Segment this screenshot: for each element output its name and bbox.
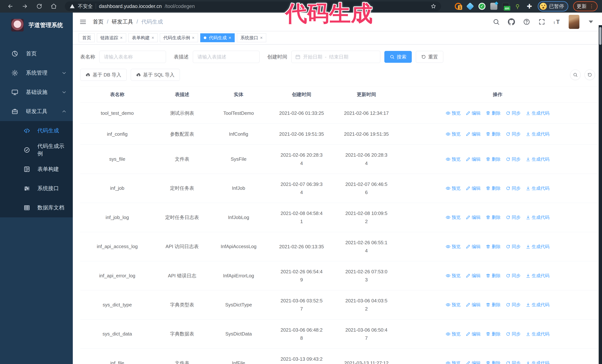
- search-icon[interactable]: [493, 18, 500, 25]
- row-action-link[interactable]: 预览: [446, 302, 461, 308]
- row-action-link[interactable]: 同步: [506, 244, 521, 250]
- tab-close-icon[interactable]: ×: [192, 35, 194, 40]
- user-avatar[interactable]: [569, 15, 580, 29]
- table-name-input[interactable]: [99, 51, 166, 63]
- sidebar-item[interactable]: 系统管理: [0, 63, 73, 83]
- github-icon[interactable]: [508, 18, 515, 25]
- extension-sliders-icon[interactable]: [490, 3, 497, 10]
- sidebar-subitem[interactable]: 代码生成: [0, 121, 73, 140]
- help-icon[interactable]: [523, 18, 530, 25]
- reload-icon[interactable]: [33, 1, 45, 11]
- tab-close-icon[interactable]: ×: [260, 35, 263, 40]
- row-action-link[interactable]: 生成代码: [526, 331, 549, 337]
- row-action-link[interactable]: 生成代码: [526, 360, 549, 364]
- row-action-link[interactable]: 同步: [506, 360, 521, 364]
- profile-paused-chip[interactable]: 已暂停: [538, 1, 568, 11]
- row-action-link[interactable]: 编辑: [466, 214, 481, 220]
- tab[interactable]: 代码生成示例 ×: [160, 33, 198, 42]
- window-scrollbar[interactable]: [599, 25, 602, 364]
- row-action-link[interactable]: 同步: [506, 273, 521, 279]
- row-action-link[interactable]: 预览: [446, 331, 461, 337]
- row-action-link[interactable]: 同步: [506, 110, 521, 116]
- address-bar[interactable]: 不安全 dashboard.yudao.iocoder.cn/tool/code…: [65, 1, 441, 11]
- row-action-link[interactable]: 编辑: [466, 273, 481, 279]
- row-action-link[interactable]: 预览: [446, 214, 461, 220]
- row-action-link[interactable]: 编辑: [466, 185, 481, 191]
- row-action-link[interactable]: 生成代码: [526, 214, 549, 220]
- row-action-link[interactable]: 同步: [506, 214, 521, 220]
- row-action-link[interactable]: 删除: [486, 214, 501, 220]
- row-action-link[interactable]: 编辑: [466, 360, 481, 364]
- row-action-link[interactable]: 预览: [446, 244, 461, 250]
- tab[interactable]: 表单构建 ×: [128, 33, 158, 42]
- row-action-link[interactable]: 删除: [486, 331, 501, 337]
- row-action-link[interactable]: 删除: [486, 131, 501, 137]
- row-action-link[interactable]: 编辑: [466, 331, 481, 337]
- extension-key-icon[interactable]: ⚲: [514, 3, 521, 10]
- fullscreen-icon[interactable]: [538, 18, 545, 25]
- extension-orange-icon[interactable]: 1: [455, 3, 462, 10]
- row-action-link[interactable]: 预览: [446, 156, 461, 162]
- row-action-link[interactable]: 删除: [486, 185, 501, 191]
- tab[interactable]: 代码生成 ×: [200, 33, 235, 42]
- refresh-table-button[interactable]: [585, 70, 595, 80]
- avatar-caret-down-icon[interactable]: [589, 21, 593, 23]
- app-logo-row[interactable]: 芋道管理系统: [0, 13, 73, 37]
- sidebar-item[interactable]: 基础设施: [0, 83, 73, 102]
- bookmark-star-icon[interactable]: [431, 3, 436, 9]
- browser-update-button[interactable]: 更新 ⋮: [573, 1, 598, 11]
- tab-close-icon[interactable]: ×: [229, 35, 231, 40]
- row-action-link[interactable]: 删除: [486, 244, 501, 250]
- row-action-link[interactable]: 生成代码: [526, 244, 549, 250]
- breadcrumb-tools[interactable]: 研发工具: [112, 18, 133, 26]
- sidebar-item[interactable]: 研发工具: [0, 102, 73, 121]
- row-action-link[interactable]: 同步: [506, 302, 521, 308]
- forward-icon[interactable]: [19, 1, 31, 11]
- tab[interactable]: 系统接口 ×: [237, 33, 266, 42]
- row-action-link[interactable]: 删除: [486, 273, 501, 279]
- row-action-link[interactable]: 删除: [486, 110, 501, 116]
- breadcrumb-home[interactable]: 首页: [93, 18, 104, 26]
- extension-gem-icon[interactable]: [467, 3, 474, 10]
- row-action-link[interactable]: 预览: [446, 273, 461, 279]
- row-action-link[interactable]: 同步: [506, 331, 521, 337]
- tab-close-icon[interactable]: ×: [151, 35, 154, 40]
- row-action-link[interactable]: 同步: [506, 156, 521, 162]
- scrollbar-thumb[interactable]: [599, 27, 602, 45]
- sidebar-subitem[interactable]: 数据库文档: [0, 198, 73, 217]
- sidebar-subitem[interactable]: 代码生成示例: [0, 140, 73, 160]
- row-action-link[interactable]: 删除: [486, 156, 501, 162]
- import-sql-button[interactable]: 基于 SQL 导入: [131, 69, 180, 81]
- extension-dark-icon[interactable]: on: [502, 3, 509, 10]
- sidebar-subitem[interactable]: 表单构建: [0, 160, 73, 179]
- font-size-icon[interactable]: tT: [553, 18, 560, 25]
- row-action-link[interactable]: 编辑: [466, 131, 481, 137]
- row-action-link[interactable]: 生成代码: [526, 302, 549, 308]
- row-action-link[interactable]: 同步: [506, 131, 521, 137]
- sidebar-item[interactable]: 首页: [0, 44, 73, 63]
- row-action-link[interactable]: 删除: [486, 360, 501, 364]
- row-action-link[interactable]: 生成代码: [526, 156, 549, 162]
- row-action-link[interactable]: 生成代码: [526, 131, 549, 137]
- extensions-puzzle-icon[interactable]: ✚: [526, 3, 533, 10]
- toggle-search-button[interactable]: [570, 70, 580, 80]
- row-action-link[interactable]: 预览: [446, 110, 461, 116]
- extension-check-icon[interactable]: ✓: [478, 3, 485, 10]
- row-action-link[interactable]: 预览: [446, 185, 461, 191]
- row-action-link[interactable]: 编辑: [466, 156, 481, 162]
- browser-menu-icon[interactable]: ⋮: [589, 5, 594, 8]
- reset-button[interactable]: 重置: [416, 51, 443, 63]
- table-desc-input[interactable]: [193, 51, 259, 63]
- tab[interactable]: 链路追踪 ×: [97, 33, 126, 42]
- hamburger-icon[interactable]: [79, 18, 86, 25]
- home-icon[interactable]: [48, 1, 60, 11]
- row-action-link[interactable]: 同步: [506, 185, 521, 191]
- row-action-link[interactable]: 编辑: [466, 244, 481, 250]
- row-action-link[interactable]: 生成代码: [526, 110, 549, 116]
- date-range-picker[interactable]: 开始日期 - 结束日期: [291, 51, 380, 63]
- tab-close-icon[interactable]: ×: [120, 35, 123, 40]
- row-action-link[interactable]: 预览: [446, 360, 461, 364]
- row-action-link[interactable]: 预览: [446, 131, 461, 137]
- search-button[interactable]: 搜索: [384, 51, 412, 63]
- row-action-link[interactable]: 编辑: [466, 302, 481, 308]
